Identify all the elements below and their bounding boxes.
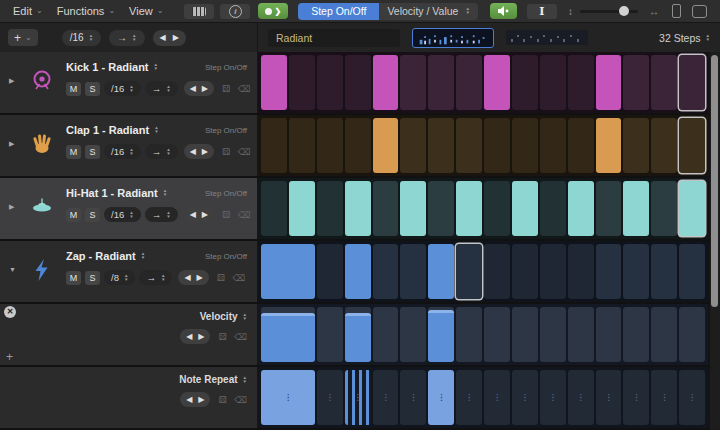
track-rate-stepper[interactable]: /16 (104, 81, 141, 96)
menu-view[interactable]: View ⌄ (124, 5, 172, 17)
step-cell-clap-16[interactable] (679, 118, 705, 173)
pattern-record-button[interactable]: ❯ (258, 3, 288, 19)
velocity-bar-1[interactable] (261, 313, 315, 363)
step-cell-clap-5[interactable] (373, 118, 399, 173)
rotate-right-icon[interactable]: ▶ (173, 33, 179, 42)
note-repeat-cell-13[interactable]: ⋮ (596, 370, 622, 425)
velocity-cell-9[interactable] (484, 307, 510, 362)
velocity-cell-15[interactable] (651, 307, 677, 362)
step-cell-hihat-11[interactable] (540, 181, 566, 236)
random-icon[interactable]: ⚄ (222, 147, 230, 157)
velocity-cell-11[interactable] (540, 307, 566, 362)
note-repeat-cell-8[interactable]: ⋮ (456, 370, 482, 425)
step-cell-hihat-7[interactable] (428, 181, 454, 236)
note-repeat-cell-16[interactable]: ⋮ (679, 370, 705, 425)
step-cell-kick-2[interactable] (289, 55, 315, 110)
solo-button[interactable]: S (85, 82, 100, 96)
step-cell-hihat-8[interactable] (456, 181, 482, 236)
rotate-right-icon[interactable]: ▶ (198, 395, 204, 404)
note-repeat-cell-15[interactable]: ⋮ (651, 370, 677, 425)
erase-icon[interactable]: ⌫ (234, 395, 247, 405)
musical-typing-button[interactable] (184, 4, 214, 19)
frame-view-icon[interactable] (692, 5, 707, 18)
edit-mode-step-on-off[interactable]: Step On/Off (298, 3, 379, 20)
menu-functions[interactable]: Functions ⌄ (52, 5, 124, 17)
step-cell-zap-3[interactable] (317, 244, 343, 299)
step-cell-hihat-15[interactable] (651, 181, 677, 236)
step-cell-zap-11[interactable] (540, 244, 566, 299)
step-cell-zap-4[interactable] (345, 244, 371, 299)
random-icon[interactable]: ⚄ (222, 210, 230, 220)
rotate-left-icon[interactable]: ◀ (190, 147, 196, 156)
note-repeat-cell-11[interactable]: ⋮ (540, 370, 566, 425)
track-direction-stepper[interactable]: → (145, 81, 178, 96)
track-header-clap[interactable]: ▶ Clap 1 - Radiant Step On/Off M S (0, 115, 258, 176)
add-subrow-button[interactable]: + (6, 350, 13, 364)
step-cell-clap-9[interactable] (484, 118, 510, 173)
subrow-header-velocity[interactable]: ✕ Velocity ◀ ▶ ⚄ ⌫ + (0, 304, 258, 365)
rotate-right-icon[interactable]: ▶ (197, 273, 203, 282)
disclosure-triangle-icon[interactable]: ▶ (9, 140, 14, 148)
velocity-cell-1[interactable] (261, 307, 315, 362)
disclosure-triangle-icon[interactable]: ▼ (9, 266, 16, 273)
track-name[interactable]: Clap 1 - Radiant (66, 124, 149, 136)
note-repeat-cell-3[interactable]: ⋮ (317, 370, 343, 425)
note-repeat-cell-9[interactable]: ⋮ (484, 370, 510, 425)
subrow-label[interactable]: Note Repeat (179, 374, 237, 385)
pattern-rate-stepper[interactable]: /16 (62, 30, 101, 46)
cell-view-icon[interactable] (672, 4, 681, 18)
pattern-name-field[interactable]: Radiant (268, 29, 400, 47)
step-cell-kick-1[interactable] (261, 55, 287, 110)
track-rate-stepper[interactable]: /16 (104, 144, 141, 159)
erase-icon[interactable]: ⌫ (233, 273, 246, 283)
velocity-cell-10[interactable] (512, 307, 538, 362)
step-cell-zap-9[interactable] (484, 244, 510, 299)
solo-button[interactable]: S (85, 145, 100, 159)
pattern-length-stepper[interactable]: 32 Steps (659, 32, 710, 44)
step-cell-hihat-13[interactable] (596, 181, 622, 236)
random-icon[interactable]: ⚄ (217, 273, 225, 283)
step-cell-kick-12[interactable] (568, 55, 594, 110)
subrow-header-note-repeat[interactable]: Note Repeat ◀ ▶ ⚄ ⌫ (0, 367, 258, 428)
rotate-right-icon[interactable]: ▶ (198, 332, 204, 341)
step-cell-hihat-16[interactable] (679, 181, 705, 236)
velocity-cell-3[interactable] (317, 307, 343, 362)
mute-button[interactable]: M (66, 271, 81, 285)
rotate-left-icon[interactable]: ◀ (160, 33, 166, 42)
velocity-cell-4[interactable] (345, 307, 371, 362)
step-cell-kick-4[interactable] (345, 55, 371, 110)
row-height-slider[interactable] (580, 10, 638, 13)
rotate-left-icon[interactable]: ◀ (186, 332, 192, 341)
track-name[interactable]: Hi-Hat 1 - Radiant (66, 187, 158, 199)
slider-thumb[interactable] (619, 6, 629, 16)
step-cell-clap-12[interactable] (568, 118, 594, 173)
erase-icon[interactable]: ⌫ (238, 84, 251, 94)
step-cell-clap-7[interactable] (428, 118, 454, 173)
note-repeat-cell-12[interactable]: ⋮ (568, 370, 594, 425)
mute-button[interactable]: M (66, 82, 81, 96)
info-button[interactable]: i (220, 4, 250, 19)
step-cell-clap-3[interactable] (317, 118, 343, 173)
step-cell-zap-7[interactable] (428, 244, 454, 299)
edit-mode-selector[interactable]: Velocity / Value (379, 3, 477, 20)
step-cell-clap-6[interactable] (400, 118, 426, 173)
velocity-bar-7[interactable] (428, 310, 454, 362)
step-cell-kick-13[interactable] (596, 55, 622, 110)
step-cell-hihat-3[interactable] (317, 181, 343, 236)
step-cell-zap-8[interactable] (456, 244, 482, 299)
step-cell-hihat-14[interactable] (623, 181, 649, 236)
solo-button[interactable]: S (85, 208, 100, 222)
disclosure-triangle-icon[interactable]: ▶ (9, 77, 14, 85)
track-name[interactable]: Zap - Radiant (66, 250, 136, 262)
erase-icon[interactable]: ⌫ (234, 332, 247, 342)
random-icon[interactable]: ⚄ (222, 84, 230, 94)
note-repeat-cell-10[interactable]: ⋮ (512, 370, 538, 425)
rotate-left-icon[interactable]: ◀ (190, 84, 196, 93)
step-cell-hihat-9[interactable] (484, 181, 510, 236)
step-cell-clap-8[interactable] (456, 118, 482, 173)
random-icon[interactable]: ⚄ (218, 395, 226, 405)
step-cell-clap-13[interactable] (596, 118, 622, 173)
track-direction-stepper[interactable]: → (139, 270, 172, 285)
text-tool-button[interactable]: I (527, 4, 557, 19)
note-repeat-cell-14[interactable]: ⋮ (623, 370, 649, 425)
